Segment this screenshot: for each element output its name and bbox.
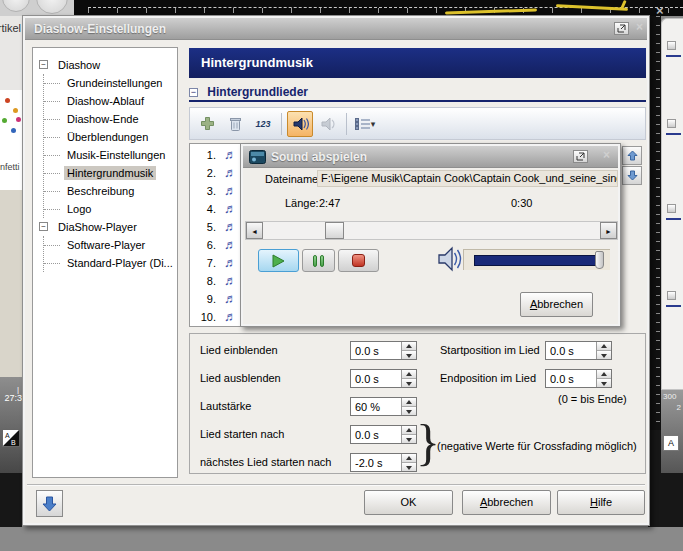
- spin-up-button[interactable]: [597, 342, 611, 351]
- scrollbar-thumb[interactable]: [325, 222, 344, 239]
- spinner-value[interactable]: 60 %: [355, 401, 380, 413]
- playlist-toolbar: 123: [189, 107, 646, 140]
- tree-item-musik-einstellungen[interactable]: Musik-Einstellungen: [44, 146, 177, 164]
- ab-transition-icon: A B: [2, 429, 20, 447]
- background-time-label: 27:3: [4, 393, 22, 403]
- spinner-value[interactable]: 0.0 s: [550, 345, 574, 357]
- collapse-icon[interactable]: −: [189, 88, 198, 97]
- tree-item-grundeinstellungen[interactable]: Grundeinstellungen: [44, 74, 177, 92]
- music-note-icon: ♬: [224, 236, 237, 254]
- spin-up-button[interactable]: [402, 398, 416, 407]
- collapse-icon[interactable]: −: [39, 222, 48, 231]
- main-dialog-titlebar[interactable]: Diashow-Einstellungen ×: [25, 18, 647, 40]
- sound-dialog-icon: [249, 150, 266, 164]
- spinner-value[interactable]: 0.0 s: [355, 345, 379, 357]
- tree-item-standard-player[interactable]: Standard-Player (Di...: [44, 254, 177, 272]
- sound-cancel-button[interactable]: Abbrechen: [520, 292, 593, 317]
- lied-starten-spinner: 0.0 s: [350, 425, 417, 444]
- move-up-button[interactable]: [622, 146, 642, 165]
- delete-song-button[interactable]: [222, 111, 248, 137]
- spinner-value[interactable]: 0.0 s: [355, 373, 379, 385]
- tree-item-software-player[interactable]: Software-Player: [44, 236, 177, 254]
- lied-ausblenden-spinner: 0.0 s: [350, 369, 417, 388]
- field-label: Lautstärke: [200, 400, 251, 412]
- settings-tree: − Diashow Grundeinstellungen Diashow-Abl…: [32, 47, 178, 478]
- footer-separator: [27, 484, 645, 485]
- position-scrollbar[interactable]: ◄ ►: [245, 221, 618, 240]
- stop-button[interactable]: [338, 249, 379, 272]
- help-button[interactable]: Hilfe: [557, 490, 645, 515]
- spin-up-button[interactable]: [597, 370, 611, 379]
- group-underline: [666, 218, 681, 220]
- background-left-panel: rtikel nfetti | 27:3 A B: [0, 16, 22, 551]
- field-label: Lied einblenden: [200, 344, 278, 356]
- speaker-settings-icon: [320, 116, 337, 132]
- spinner-value[interactable]: 0.0 s: [355, 429, 379, 441]
- spinner-value[interactable]: -2.0 s: [355, 457, 383, 469]
- tree-item-diashow[interactable]: − Diashow: [33, 56, 177, 74]
- background-toolbar-fragment: | 27:3 A B: [0, 377, 22, 473]
- close-icon[interactable]: ×: [603, 148, 610, 162]
- volume-thumb[interactable]: [595, 251, 604, 269]
- tree-item-ueberblendungen[interactable]: Überblendungen: [44, 128, 177, 146]
- spin-up-button[interactable]: [402, 426, 416, 435]
- tree-item-diashow-ablauf[interactable]: Diashow-Ablauf: [44, 92, 177, 110]
- add-song-button[interactable]: [194, 111, 220, 137]
- sound-dialog-title: Sound abspielen: [271, 150, 367, 164]
- background-toolbar-fragment: [0, 0, 74, 16]
- collapse-icon[interactable]: −: [39, 60, 48, 69]
- tree-item-diashow-player[interactable]: − DiaShow-Player: [33, 218, 177, 236]
- speaker-icon: [292, 116, 309, 132]
- note-crossfading: (negative Werte für Crossfading möglich): [437, 440, 637, 452]
- view-options-button[interactable]: ▾: [352, 111, 378, 137]
- field-label: Lied starten nach: [200, 428, 284, 440]
- spinner-value[interactable]: 0.0 s: [550, 373, 574, 385]
- rollup-button[interactable]: [573, 150, 588, 163]
- spin-up-button[interactable]: [402, 342, 416, 351]
- main-dialog-title: Diashow-Einstellungen: [34, 22, 166, 36]
- tree-item-beschreibung[interactable]: Beschreibung: [44, 182, 177, 200]
- spin-down-button[interactable]: [597, 379, 611, 388]
- apply-down-button[interactable]: [36, 490, 63, 517]
- play-icon: [271, 254, 286, 268]
- plus-icon: [200, 116, 215, 131]
- spin-down-button[interactable]: [402, 379, 416, 388]
- play-sound-button[interactable]: [287, 111, 313, 137]
- scroll-left-button[interactable]: ◄: [246, 222, 263, 239]
- renumber-button[interactable]: 123: [250, 111, 276, 137]
- background-label-artikel: rtikel: [0, 22, 21, 34]
- background-round-button: [36, 0, 68, 14]
- sound-options-button[interactable]: [315, 111, 341, 137]
- background-timeline-strip: [0, 0, 683, 16]
- group-underline: [666, 305, 681, 307]
- spin-up-button[interactable]: [402, 370, 416, 379]
- music-note-icon: ♬: [224, 182, 237, 200]
- spin-up-button[interactable]: [402, 454, 416, 463]
- spin-down-button[interactable]: [402, 435, 416, 444]
- background-right-panel: [661, 18, 683, 390]
- note-bis-ende: (0 = bis Ende): [558, 393, 627, 405]
- spin-down-button[interactable]: [597, 351, 611, 360]
- volume-speaker-icon: [435, 245, 463, 273]
- tree-item-hintergrundmusik[interactable]: Hintergrundmusik: [44, 164, 177, 182]
- scroll-right-button[interactable]: ►: [600, 222, 617, 239]
- rollup-button[interactable]: [614, 22, 629, 35]
- spin-down-button[interactable]: [402, 463, 416, 472]
- play-button[interactable]: [258, 249, 299, 272]
- spin-down-button[interactable]: [402, 351, 416, 360]
- music-note-icon: ♬: [224, 218, 237, 236]
- close-icon[interactable]: ×: [636, 20, 643, 34]
- tree-item-diashow-ende[interactable]: Diashow-Ende: [44, 110, 177, 128]
- move-down-button[interactable]: [622, 166, 642, 185]
- pause-button[interactable]: [302, 249, 335, 272]
- cancel-button[interactable]: Abbrechen: [462, 490, 551, 515]
- group-header-hintergrundlieder: − Hintergrundlieder: [189, 85, 646, 102]
- ruler-ticks: [656, 16, 660, 430]
- confetti-dot: [11, 128, 16, 133]
- spin-down-button[interactable]: [402, 407, 416, 416]
- tree-item-logo[interactable]: Logo: [44, 200, 177, 218]
- volume-slider[interactable]: [463, 249, 610, 270]
- sound-dialog-titlebar[interactable]: Sound abspielen ×: [243, 146, 618, 168]
- music-note-icon: ♬: [224, 146, 237, 164]
- ok-button[interactable]: OK: [364, 490, 453, 515]
